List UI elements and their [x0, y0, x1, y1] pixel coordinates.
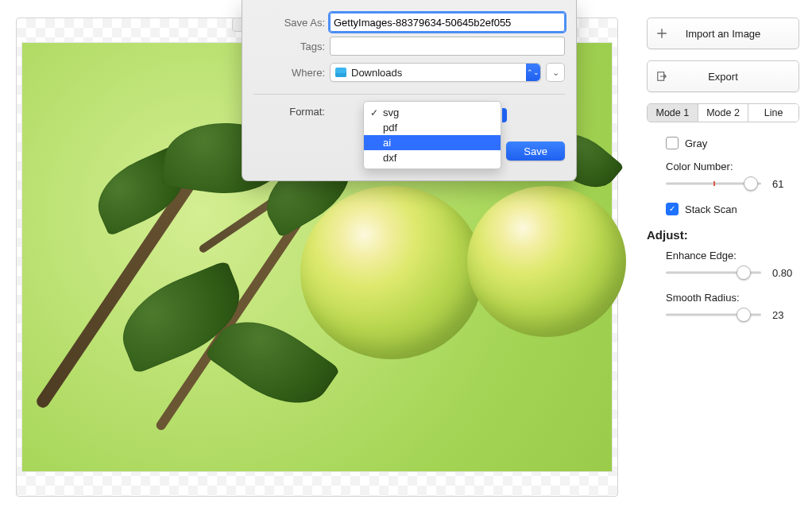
where-value: Downloads [351, 67, 402, 79]
where-expand-button[interactable]: ⌄ [546, 63, 565, 82]
format-option-pdf[interactable]: pdf [364, 120, 501, 135]
mode-tab-mode-2[interactable]: Mode 2 [698, 104, 749, 122]
format-label: Format: [253, 103, 325, 118]
where-label: Where: [253, 67, 325, 79]
format-option-ai[interactable]: ai [364, 135, 501, 150]
format-option-svg[interactable]: ✓svg [364, 105, 501, 120]
format-option-label: pdf [383, 122, 397, 134]
save-as-label: Save As: [253, 17, 325, 29]
dialog-separator [253, 94, 565, 95]
gray-label: Gray [685, 137, 707, 149]
sidebar: Import an Image Export Mode 1Mode 2Line … [629, 0, 812, 519]
import-image-button[interactable]: Import an Image [647, 17, 799, 49]
smooth-radius-value: 23 [772, 309, 799, 321]
tags-label: Tags: [253, 41, 325, 52]
stack-scan-label: Stack Scan [685, 203, 737, 215]
mode-tab-line[interactable]: Line [748, 104, 798, 122]
mode-tab-mode-1[interactable]: Mode 1 [648, 104, 698, 122]
export-button[interactable]: Export [647, 60, 799, 92]
save-button[interactable]: Save [506, 141, 565, 161]
where-popup-arrows-icon: ⌃⌄ [526, 64, 540, 81]
check-icon: ✓ [370, 107, 378, 118]
stack-scan-checkbox[interactable] [666, 203, 679, 215]
color-number-label: Color Number: [666, 161, 799, 172]
plus-icon [648, 28, 676, 39]
adjust-header: Adjust: [647, 228, 799, 242]
smooth-radius-label: Smooth Radius: [666, 292, 799, 304]
color-number-slider[interactable] [666, 177, 761, 190]
folder-icon [335, 68, 346, 77]
smooth-radius-slider[interactable] [666, 308, 761, 321]
format-option-dxf[interactable]: dxf [364, 150, 501, 165]
enhance-edge-value: 0.80 [772, 267, 799, 279]
format-dropdown[interactable]: ✓svgpdfaidxf [363, 101, 501, 169]
gray-checkbox[interactable] [666, 137, 679, 149]
save-as-input[interactable] [330, 13, 565, 32]
mode-segmented-control[interactable]: Mode 1Mode 2Line [647, 103, 799, 122]
enhance-edge-label: Enhance Edge: [666, 250, 799, 261]
color-number-value: 61 [772, 178, 799, 190]
where-select[interactable]: Downloads ⌃⌄ [330, 63, 541, 82]
enhance-edge-slider[interactable] [666, 266, 761, 279]
format-option-label: ai [383, 137, 391, 149]
tags-input[interactable] [330, 37, 565, 56]
format-option-label: svg [383, 107, 399, 118]
chevron-down-icon: ⌄ [552, 68, 559, 78]
export-icon [648, 71, 676, 82]
save-dialog: Save As: Tags: Where: Downloads ⌃⌄ ⌄ [242, 0, 577, 181]
format-option-label: dxf [383, 152, 396, 164]
